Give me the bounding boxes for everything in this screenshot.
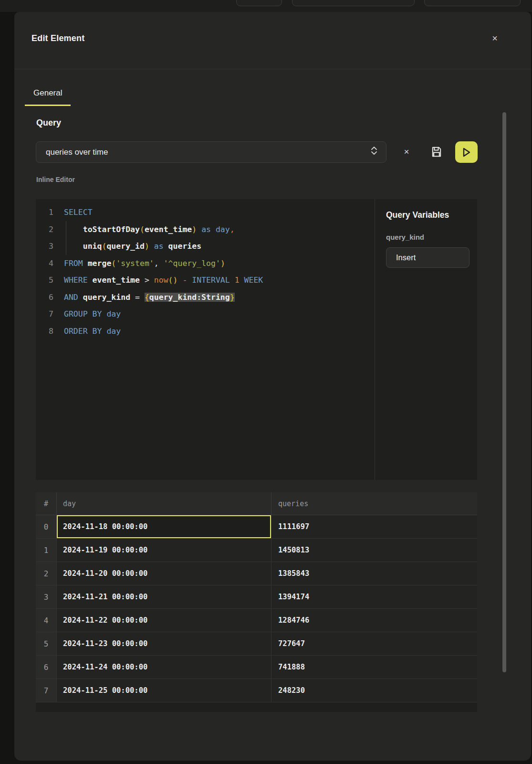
table-header-queries: queries — [271, 492, 477, 515]
day-cell-selected[interactable]: 2024-11-18 00:00:00 — [57, 515, 271, 538]
day-cell[interactable]: 2024-11-20 00:00:00 — [57, 562, 271, 585]
chevron-up-down-icon — [371, 146, 377, 159]
edit-element-modal: Edit Element × General Query queries ove… — [14, 12, 531, 761]
code-lines: 1SELECT2 toStartOfDay(event_time) as day… — [36, 204, 375, 340]
run-query-button[interactable] — [455, 141, 478, 163]
row-index-cell[interactable]: 7 — [36, 679, 57, 702]
row-index-cell[interactable]: 4 — [36, 609, 57, 632]
code-line: 2 toStartOfDay(event_time) as day, — [36, 221, 375, 238]
modal-scrollbar-thumb[interactable] — [502, 112, 506, 672]
inline-editor-label: Inline Editor — [36, 176, 75, 183]
line-number: 7 — [36, 306, 53, 323]
inline-editor: 1SELECT2 toStartOfDay(event_time) as day… — [36, 199, 477, 480]
line-number: 5 — [36, 272, 53, 289]
queries-cell[interactable]: 1394174 — [271, 585, 477, 608]
table-body: 02024-11-18 00:00:00111169712024-11-19 0… — [36, 515, 477, 702]
close-icon[interactable]: × — [488, 31, 502, 45]
play-icon — [462, 147, 471, 158]
query-section-heading: Query — [36, 118, 61, 128]
code-line: 4FROM merge('system', '^query_log') — [36, 255, 375, 272]
code-line: 8ORDER BY day — [36, 323, 375, 340]
row-index-cell[interactable]: 5 — [36, 632, 57, 655]
line-number: 2 — [36, 221, 53, 238]
table-row: 12024-11-19 00:00:001450813 — [36, 539, 477, 562]
table-row: 52024-11-23 00:00:00727647 — [36, 632, 477, 656]
row-index-cell[interactable]: 0 — [36, 515, 57, 538]
topbar-button[interactable] — [236, 0, 282, 6]
variable-name-label: query_kind — [386, 233, 469, 241]
day-cell[interactable]: 2024-11-22 00:00:00 — [57, 609, 271, 632]
table-row: 22024-11-20 00:00:001385843 — [36, 562, 477, 585]
queries-cell[interactable]: 727647 — [271, 632, 477, 655]
background-topbar — [0, 0, 532, 12]
line-number: 1 — [36, 204, 53, 221]
line-number: 4 — [36, 255, 53, 272]
code-line: 7GROUP BY day — [36, 306, 375, 323]
row-index-cell[interactable]: 6 — [36, 656, 57, 679]
query-variables-title: Query Variables — [386, 210, 469, 220]
code-line: 1SELECT — [36, 204, 375, 221]
day-cell[interactable]: 2024-11-19 00:00:00 — [57, 539, 271, 562]
query-select[interactable]: queries over time — [36, 141, 386, 163]
tab-general[interactable]: General — [25, 84, 71, 106]
table-row: 02024-11-18 00:00:001111697 — [36, 515, 477, 539]
table-row: 72024-11-25 00:00:00248230 — [36, 679, 477, 702]
row-index-cell[interactable]: 1 — [36, 539, 57, 562]
queries-cell[interactable]: 1284746 — [271, 609, 477, 632]
results-table: # day queries 02024-11-18 00:00:00111169… — [36, 492, 477, 711]
queries-cell[interactable]: 1111697 — [271, 515, 477, 538]
queries-cell[interactable]: 1450813 — [271, 539, 477, 562]
indent-guide — [66, 221, 66, 255]
query-select-value: queries over time — [46, 148, 108, 157]
row-index-cell[interactable]: 2 — [36, 562, 57, 585]
queries-cell[interactable]: 1385843 — [271, 562, 477, 585]
line-number: 8 — [36, 323, 53, 340]
sql-code-editor[interactable]: 1SELECT2 toStartOfDay(event_time) as day… — [36, 199, 375, 480]
table-row: 62024-11-24 00:00:00741888 — [36, 656, 477, 679]
save-icon[interactable] — [430, 145, 444, 159]
line-number: 3 — [36, 238, 53, 255]
queries-cell[interactable]: 741888 — [271, 656, 477, 679]
query-toolbar: queries over time × — [36, 141, 478, 163]
topbar-button[interactable] — [424, 0, 521, 6]
day-cell[interactable]: 2024-11-24 00:00:00 — [57, 656, 271, 679]
clear-query-icon[interactable]: × — [399, 145, 414, 159]
table-row: 42024-11-22 00:00:001284746 — [36, 609, 477, 632]
query-variables-panel: Query Variables query_kind Insert — [375, 199, 477, 480]
line-number: 6 — [36, 289, 53, 306]
table-footer — [36, 702, 477, 712]
row-index-cell[interactable]: 3 — [36, 585, 57, 608]
modal-title: Edit Element — [31, 33, 84, 43]
table-header-index: # — [36, 492, 57, 515]
table-header-day: day — [57, 492, 271, 515]
topbar-button[interactable] — [292, 0, 415, 6]
code-line: 3 uniq(query_id) as queries — [36, 238, 375, 255]
insert-variable-button[interactable]: Insert — [386, 247, 469, 268]
code-line: 5WHERE event_time > now() - INTERVAL 1 W… — [36, 272, 375, 289]
modal-header: Edit Element × — [14, 12, 531, 69]
table-row: 32024-11-21 00:00:001394174 — [36, 585, 477, 609]
code-line: 6AND query_kind = {query_kind:String} — [36, 289, 375, 306]
day-cell[interactable]: 2024-11-23 00:00:00 — [57, 632, 271, 655]
table-header-row: # day queries — [36, 492, 477, 515]
day-cell[interactable]: 2024-11-25 00:00:00 — [57, 679, 271, 702]
queries-cell[interactable]: 248230 — [271, 679, 477, 702]
day-cell[interactable]: 2024-11-21 00:00:00 — [57, 585, 271, 608]
